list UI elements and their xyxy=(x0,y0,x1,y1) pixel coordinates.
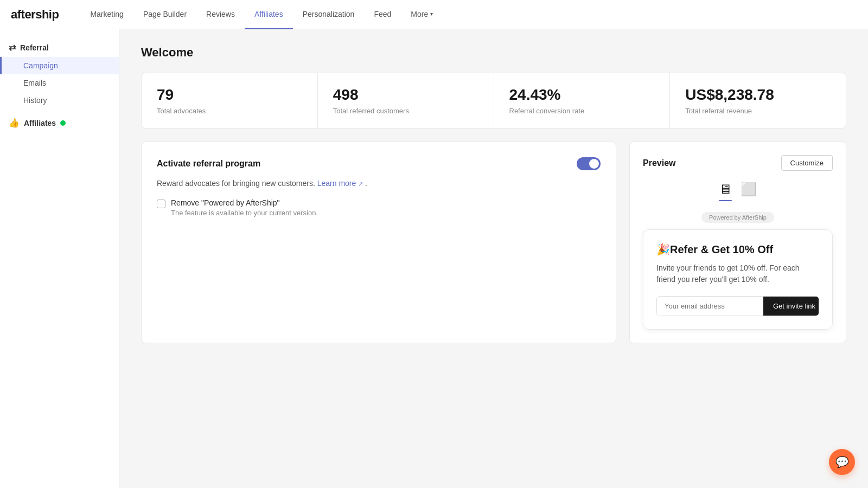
referral-icon: ⇄ xyxy=(9,42,16,53)
activate-panel: Activate referral program Reward advocat… xyxy=(141,142,616,343)
nav-item-personalization[interactable]: Personalization xyxy=(293,0,365,29)
referral-section: ⇄ Referral Campaign Emails History xyxy=(0,38,119,109)
preview-card: 🎉Refer & Get 10% Off Invite your friends… xyxy=(643,229,833,330)
learn-more-link[interactable]: Learn more ↗ xyxy=(317,179,365,188)
nav-item-feed[interactable]: Feed xyxy=(364,0,401,29)
page-title: Welcome xyxy=(141,46,846,60)
referral-header: ⇄ Referral xyxy=(0,38,119,57)
nav-item-page-builder[interactable]: Page Builder xyxy=(133,0,196,29)
preview-card-desc: Invite your friends to get 10% off. For … xyxy=(656,262,819,285)
stat-card-conversion: 24.43% Referral conversion rate xyxy=(494,73,671,128)
referral-label: Referral xyxy=(20,43,49,52)
affiliates-badge-dot xyxy=(60,120,66,126)
referral-toggle[interactable] xyxy=(577,157,601,170)
nav-item-reviews[interactable]: Reviews xyxy=(196,0,245,29)
nav-item-more-label: More xyxy=(411,10,428,18)
stat-card-advocates: 79 Total advocates xyxy=(142,73,318,128)
stat-label-advocates: Total advocates xyxy=(157,107,302,115)
remove-powered-row: Remove "Powered by AfterShip" The featur… xyxy=(157,198,601,217)
customize-button[interactable]: Customize xyxy=(781,155,833,171)
stat-label-revenue: Total referral revenue xyxy=(685,107,831,115)
sidebar-item-history[interactable]: History xyxy=(0,92,119,109)
checkbox-label: Remove "Powered by AfterShip" xyxy=(171,198,318,207)
preview-get-invite-button[interactable]: Get invite link xyxy=(763,297,819,316)
top-nav: aftership Marketing Page Builder Reviews… xyxy=(0,0,868,29)
checkbox-wrapper xyxy=(157,200,165,208)
stat-label-referred: Total referred customers xyxy=(333,107,478,115)
external-link-icon: ↗ xyxy=(358,181,363,187)
learn-more-label: Learn more xyxy=(317,179,356,188)
sidebar-item-emails[interactable]: Emails xyxy=(0,74,119,92)
nav-item-affiliates[interactable]: Affiliates xyxy=(245,0,293,29)
logo: aftership xyxy=(11,8,59,22)
stat-card-revenue: US$8,238.78 Total referral revenue xyxy=(670,73,846,128)
stat-value-revenue: US$8,238.78 xyxy=(685,86,831,104)
activate-title: Activate referral program xyxy=(157,159,260,169)
desktop-icon[interactable]: 🖥 xyxy=(719,182,732,201)
preview-badge-row: Powered by AfterShip xyxy=(643,212,833,223)
content-row: Activate referral program Reward advocat… xyxy=(141,142,846,343)
sidebar-affiliates-label: Affiliates xyxy=(24,119,56,127)
main-content: Welcome 79 Total advocates 498 Total ref… xyxy=(119,29,868,488)
toggle-slider xyxy=(577,157,601,170)
checkbox-sublabel: The feature is available to your current… xyxy=(171,209,318,217)
affiliates-icon: 👍 xyxy=(9,118,20,128)
chat-button[interactable]: 💬 xyxy=(829,449,855,475)
nav-item-more[interactable]: More ▾ xyxy=(401,0,443,29)
checkbox-text-group: Remove "Powered by AfterShip" The featur… xyxy=(171,198,318,217)
stat-card-referred: 498 Total referred customers xyxy=(318,73,494,128)
preview-email-row: Get invite link xyxy=(656,296,819,316)
stat-value-referred: 498 xyxy=(333,86,478,104)
reward-text: Reward advocates for bringing new custom… xyxy=(157,179,601,188)
preview-header: Preview Customize xyxy=(643,155,833,171)
chat-icon: 💬 xyxy=(835,455,849,468)
stats-row: 79 Total advocates 498 Total referred cu… xyxy=(141,73,846,129)
sidebar-item-campaign[interactable]: Campaign xyxy=(0,57,119,74)
preview-panel: Preview Customize 🖥 ⬜ Powered by AfterSh… xyxy=(629,142,846,343)
nav-item-marketing[interactable]: Marketing xyxy=(80,0,133,29)
nav-items: Marketing Page Builder Reviews Affiliate… xyxy=(80,0,443,29)
activate-header: Activate referral program xyxy=(157,157,601,170)
chevron-down-icon: ▾ xyxy=(430,11,433,17)
tablet-icon[interactable]: ⬜ xyxy=(741,182,757,201)
stat-value-conversion: 24.43% xyxy=(509,86,655,104)
preview-title: Preview xyxy=(643,158,675,168)
preview-device-icons: 🖥 ⬜ xyxy=(643,182,833,201)
remove-powered-checkbox[interactable] xyxy=(157,200,165,208)
layout: ⇄ Referral Campaign Emails History 👍 Aff… xyxy=(0,29,868,488)
preview-card-title: 🎉Refer & Get 10% Off xyxy=(656,243,819,256)
sidebar-affiliates[interactable]: 👍 Affiliates xyxy=(0,113,119,132)
stat-value-advocates: 79 xyxy=(157,86,302,104)
powered-badge: Powered by AfterShip xyxy=(701,212,774,223)
sidebar: ⇄ Referral Campaign Emails History 👍 Aff… xyxy=(0,29,119,488)
preview-email-input[interactable] xyxy=(657,297,763,316)
stat-label-conversion: Referral conversion rate xyxy=(509,107,655,115)
